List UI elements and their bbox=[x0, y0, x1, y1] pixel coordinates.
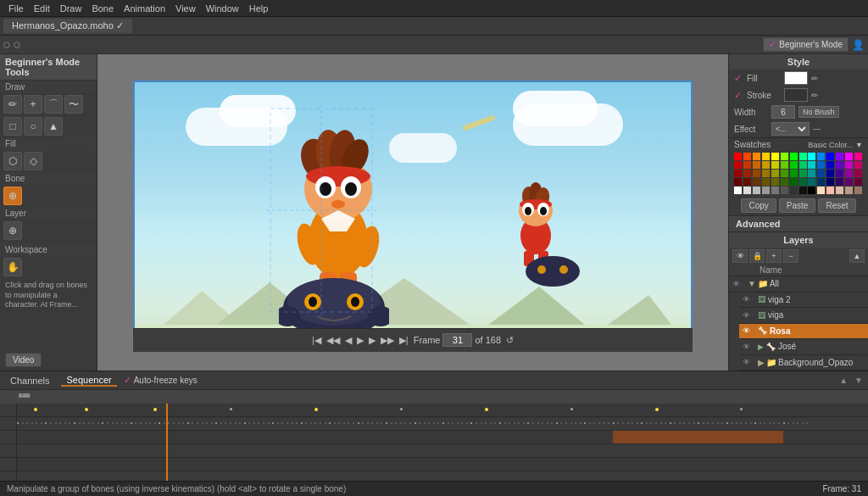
transport-end[interactable]: ▶| bbox=[399, 335, 409, 346]
swatch-cell[interactable] bbox=[817, 161, 825, 169]
swatch-cell[interactable] bbox=[836, 187, 843, 194]
swatch-cell[interactable] bbox=[836, 170, 843, 177]
swatch-cell[interactable] bbox=[826, 161, 834, 169]
swatch-cell[interactable] bbox=[771, 170, 779, 177]
draw-tool-brush[interactable]: ▲ bbox=[44, 117, 63, 136]
swatch-cell[interactable] bbox=[826, 153, 834, 160]
swatch-cell[interactable] bbox=[753, 178, 760, 186]
swatch-cell[interactable] bbox=[826, 170, 834, 177]
draw-tool-add[interactable]: + bbox=[24, 95, 42, 114]
draw-tool-ellipse[interactable]: ○ bbox=[24, 117, 42, 136]
timeline-scroll-up[interactable]: ▲ bbox=[839, 376, 848, 385]
swatch-cell[interactable] bbox=[790, 187, 798, 194]
swatch-cell[interactable] bbox=[781, 178, 788, 186]
timeline-content[interactable] bbox=[0, 404, 868, 481]
beginner-mode-button[interactable]: ✓ Beginner's Mode bbox=[763, 37, 849, 52]
swatch-cell[interactable] bbox=[771, 178, 779, 186]
swatch-cell[interactable] bbox=[854, 170, 862, 177]
menu-bone[interactable]: Bone bbox=[86, 3, 119, 14]
transport-next[interactable]: ▶ bbox=[369, 335, 376, 346]
swatch-cell[interactable] bbox=[790, 170, 798, 177]
no-brush-button[interactable]: No Brush bbox=[798, 106, 839, 118]
copy-button[interactable]: Copy bbox=[741, 198, 776, 213]
bone-tool-transform[interactable]: ⊕ bbox=[3, 187, 22, 205]
swatch-cell[interactable] bbox=[808, 170, 815, 177]
swatch-cell[interactable] bbox=[781, 153, 788, 160]
fill-color-swatch[interactable] bbox=[784, 71, 808, 85]
swatch-cell[interactable] bbox=[799, 178, 807, 186]
swatch-cell[interactable] bbox=[854, 178, 862, 186]
swatch-cell[interactable] bbox=[845, 178, 853, 186]
swatch-cell[interactable] bbox=[781, 161, 788, 169]
swatch-cell[interactable] bbox=[734, 178, 742, 186]
swatch-cell[interactable] bbox=[799, 153, 807, 160]
menu-window[interactable]: Window bbox=[201, 3, 244, 14]
fill-tool-bucket[interactable]: ⬡ bbox=[3, 152, 22, 170]
layer-tool-transform[interactable]: ⊕ bbox=[3, 221, 22, 240]
frame-input[interactable] bbox=[442, 333, 472, 347]
swatch-cell[interactable] bbox=[817, 178, 825, 186]
layer-tool-eye[interactable]: 👁 bbox=[732, 249, 748, 263]
swatch-grid[interactable] bbox=[729, 151, 868, 196]
swatch-cell[interactable] bbox=[762, 153, 770, 160]
swatch-cell[interactable] bbox=[845, 187, 853, 194]
swatch-cell[interactable] bbox=[743, 170, 751, 177]
draw-tool-pencil[interactable]: ✏ bbox=[3, 95, 22, 114]
swatch-cell[interactable] bbox=[743, 178, 751, 186]
transport-prev-key[interactable]: ◀◀ bbox=[326, 335, 340, 346]
paste-button[interactable]: Paste bbox=[779, 198, 816, 213]
swatch-cell[interactable] bbox=[854, 161, 862, 169]
layer-tool-delete[interactable]: − bbox=[783, 249, 798, 263]
draw-tool-arc[interactable]: ⌒ bbox=[44, 95, 63, 114]
swatch-cell[interactable] bbox=[854, 187, 862, 194]
swatch-cell[interactable] bbox=[762, 187, 770, 194]
sequencer-tab[interactable]: Sequencer bbox=[61, 375, 116, 387]
swatch-cell[interactable] bbox=[734, 161, 742, 169]
swatch-cell[interactable] bbox=[790, 161, 798, 169]
fill-edit-icon[interactable]: ✏ bbox=[811, 74, 818, 83]
swatch-cell[interactable] bbox=[817, 170, 825, 177]
channels-tab[interactable]: Channels bbox=[5, 376, 54, 386]
swatch-cell[interactable] bbox=[743, 153, 751, 160]
swatch-cell[interactable] bbox=[808, 161, 815, 169]
fill-tool-eyedrop[interactable]: ◇ bbox=[24, 152, 42, 170]
swatch-cell[interactable] bbox=[734, 187, 742, 194]
swatch-cell[interactable] bbox=[762, 170, 770, 177]
layer-viga2[interactable]: 👁 🖼 viga 2 bbox=[739, 293, 868, 309]
swatch-cell[interactable] bbox=[753, 153, 760, 160]
menu-edit[interactable]: Edit bbox=[29, 3, 55, 14]
swatch-cell[interactable] bbox=[808, 178, 815, 186]
swatch-cell[interactable] bbox=[781, 170, 788, 177]
swatch-cell[interactable] bbox=[743, 161, 751, 169]
menu-draw[interactable]: Draw bbox=[55, 3, 87, 14]
transport-next-key[interactable]: ▶▶ bbox=[381, 335, 394, 346]
swatch-cell[interactable] bbox=[836, 161, 843, 169]
menu-help[interactable]: Help bbox=[244, 3, 274, 14]
layer-viga[interactable]: 👁 🖼 viga bbox=[739, 308, 868, 324]
basic-color-dropdown[interactable]: Basic Color... ▼ bbox=[809, 141, 863, 149]
width-input[interactable] bbox=[771, 105, 795, 119]
layer-tool-lock[interactable]: 🔒 bbox=[749, 249, 765, 263]
video-button[interactable]: Video bbox=[5, 353, 42, 367]
swatch-cell[interactable] bbox=[753, 161, 760, 169]
swatch-cell[interactable] bbox=[799, 161, 807, 169]
menu-view[interactable]: View bbox=[170, 3, 201, 14]
swatch-cell[interactable] bbox=[762, 161, 770, 169]
transport-play[interactable]: ▶ bbox=[357, 335, 364, 346]
swatch-cell[interactable] bbox=[734, 153, 742, 160]
draw-tool-freehand[interactable]: 〜 bbox=[64, 95, 83, 114]
swatch-cell[interactable] bbox=[854, 153, 862, 160]
transport-prev[interactable]: ◀ bbox=[345, 335, 352, 346]
layer-jose[interactable]: 👁 ▶ 🦴 José bbox=[739, 339, 868, 355]
swatch-cell[interactable] bbox=[826, 178, 834, 186]
swatch-cell[interactable] bbox=[817, 187, 825, 194]
stroke-color-swatch[interactable] bbox=[784, 88, 808, 102]
stroke-edit-icon[interactable]: ✏ bbox=[811, 91, 818, 100]
swatch-cell[interactable] bbox=[790, 153, 798, 160]
swatch-cell[interactable] bbox=[845, 153, 853, 160]
swatch-cell[interactable] bbox=[836, 178, 843, 186]
transport-loop[interactable]: ↺ bbox=[506, 335, 514, 346]
layer-all[interactable]: 👁 ▼ 📁 All bbox=[729, 276, 868, 293]
swatch-cell[interactable] bbox=[799, 187, 807, 194]
effect-select[interactable]: <... bbox=[771, 122, 810, 136]
